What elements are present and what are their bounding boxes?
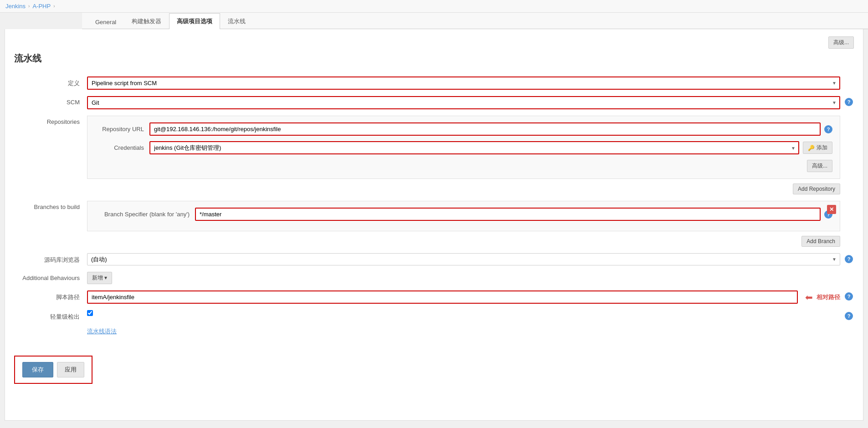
script-path-inner: ⬅ 相对路径 xyxy=(87,290,840,304)
add-credentials-button[interactable]: 🔑 添加 xyxy=(803,142,832,154)
breadcrumb-sep-1: › xyxy=(28,4,30,9)
source-browser-row: 源码库浏览器 (自动) ▼ ? xyxy=(14,253,854,265)
definition-help-col xyxy=(840,76,854,78)
top-advanced-container: 高级... xyxy=(14,36,854,49)
key-icon: 🔑 xyxy=(808,145,815,151)
pipeline-syntax-link[interactable]: 流水线语法 xyxy=(87,328,117,335)
branch-specifier-row: Branch Specifier (blank for 'any') ? xyxy=(95,208,832,221)
top-advanced-button[interactable]: 高级... xyxy=(828,36,854,49)
lightweight-checkout-help-col: ? xyxy=(840,310,854,320)
repo-url-input[interactable] xyxy=(149,122,821,136)
add-branch-button[interactable]: Add Branch xyxy=(801,236,840,247)
scm-select-wrapper: Git ▼ xyxy=(87,96,840,109)
script-path-content: ⬅ 相对路径 xyxy=(87,290,840,304)
scm-help-col: ? xyxy=(840,96,854,106)
repo-url-help-icon[interactable]: ? xyxy=(824,125,832,133)
script-path-row: 脚本路径 ⬅ 相对路径 ? xyxy=(14,290,854,304)
definition-select-wrapper: Pipeline script from SCM ▼ xyxy=(87,76,840,90)
additional-behaviours-help-col xyxy=(840,272,854,274)
tab-general[interactable]: General xyxy=(87,15,124,29)
scm-row: SCM Git ▼ ? xyxy=(14,96,854,109)
lightweight-checkout-checkbox[interactable] xyxy=(87,310,93,316)
breadcrumb-aphp[interactable]: A-PHP xyxy=(32,3,51,10)
script-path-annotation-container: ⬅ 相对路径 xyxy=(805,292,840,303)
repositories-row: Repositories Repository URL ? Credential… xyxy=(14,116,854,194)
branch-specifier-label: Branch Specifier (blank for 'any') xyxy=(95,211,195,218)
repositories-label: Repositories xyxy=(14,116,87,125)
branch-specifier-input[interactable] xyxy=(195,208,821,221)
scm-label: SCM xyxy=(14,96,87,106)
advanced-repo-button[interactable]: 高级... xyxy=(807,160,832,172)
lightweight-checkout-label: 轻量级检出 xyxy=(14,310,87,321)
branches-help-col xyxy=(840,201,854,203)
source-browser-select-wrapper: (自动) ▼ xyxy=(87,253,840,265)
credentials-select[interactable]: jenkins (Git仓库密钥管理) xyxy=(149,141,799,154)
scm-select[interactable]: Git xyxy=(87,96,840,109)
breadcrumb-sep-2: › xyxy=(53,4,55,9)
credentials-label: Credentials xyxy=(95,144,149,151)
tab-trigger[interactable]: 构建触发器 xyxy=(124,13,169,29)
script-path-annotation: 相对路径 xyxy=(817,293,840,301)
add-credentials-label: 添加 xyxy=(817,144,827,152)
apply-button[interactable]: 应用 xyxy=(57,362,84,377)
definition-content: Pipeline script from SCM ▼ xyxy=(87,76,840,90)
source-browser-help-col: ? xyxy=(840,253,854,263)
lightweight-checkout-content xyxy=(87,310,840,316)
bottom-buttons-container: 保存 应用 xyxy=(14,356,92,384)
lightweight-checkbox-row xyxy=(87,310,840,316)
additional-behaviours-label: Additional Behaviours xyxy=(14,272,87,281)
breadcrumb: Jenkins › A-PHP › xyxy=(0,0,868,13)
additional-behaviours-row: Additional Behaviours 新增 ▾ xyxy=(14,272,854,284)
additional-behaviours-content: 新增 ▾ xyxy=(87,272,840,284)
source-browser-label: 源码库浏览器 xyxy=(14,253,87,264)
script-path-label: 脚本路径 xyxy=(14,290,87,301)
scm-help-icon[interactable]: ? xyxy=(845,98,853,106)
source-browser-select[interactable]: (自动) xyxy=(87,253,840,265)
credentials-row: Credentials jenkins (Git仓库密钥管理) ▼ 🔑 添加 xyxy=(95,141,832,154)
repo-actions: 高级... xyxy=(95,160,832,172)
branches-content: ✕ Branch Specifier (blank for 'any') ? A… xyxy=(87,201,840,247)
scm-content: Git ▼ xyxy=(87,96,840,109)
delete-branch-button[interactable]: ✕ xyxy=(827,205,836,214)
script-path-help-icon[interactable]: ? xyxy=(845,292,853,301)
branches-section: ✕ Branch Specifier (blank for 'any') ? xyxy=(87,201,840,231)
breadcrumb-jenkins[interactable]: Jenkins xyxy=(5,3,26,10)
branches-label: Branches to build xyxy=(14,201,87,210)
tab-advanced[interactable]: 高级项目选项 xyxy=(169,13,220,29)
script-path-input[interactable] xyxy=(87,290,798,304)
repositories-help-col xyxy=(840,116,854,117)
tabs-bar: General 构建触发器 高级项目选项 流水线 xyxy=(82,13,868,29)
repo-url-row: Repository URL ? xyxy=(95,122,832,136)
add-repository-button[interactable]: Add Repository xyxy=(793,183,840,194)
pipeline-syntax-spacer xyxy=(14,327,87,330)
red-arrow-icon: ⬅ xyxy=(805,292,813,303)
add-repository-container: Add Repository xyxy=(87,183,840,194)
lightweight-checkout-row: 轻量级检出 ? xyxy=(14,310,854,321)
additional-behaviours-button[interactable]: 新增 ▾ xyxy=(87,272,112,284)
definition-select[interactable]: Pipeline script from SCM xyxy=(87,76,840,90)
tab-pipeline[interactable]: 流水线 xyxy=(220,13,253,29)
main-content: 高级... 流水线 定义 Pipeline script from SCM ▼ … xyxy=(5,29,863,421)
lightweight-checkout-help-icon[interactable]: ? xyxy=(845,312,853,320)
save-button[interactable]: 保存 xyxy=(22,362,53,377)
branches-row: Branches to build ✕ Branch Specifier (bl… xyxy=(14,201,854,247)
pipeline-syntax-row: 流水线语法 xyxy=(14,327,854,336)
script-path-help-col: ? xyxy=(840,290,854,301)
repositories-content: Repository URL ? Credentials jenkins (Gi… xyxy=(87,116,840,194)
definition-label: 定义 xyxy=(14,76,87,87)
source-browser-content: (自动) ▼ xyxy=(87,253,840,265)
add-branch-container: Add Branch xyxy=(87,236,840,247)
pipeline-syntax-content: 流水线语法 xyxy=(87,327,854,336)
source-browser-help-icon[interactable]: ? xyxy=(845,255,853,263)
credentials-select-wrapper: jenkins (Git仓库密钥管理) ▼ xyxy=(149,141,799,154)
section-title: 流水线 xyxy=(14,52,854,67)
repo-url-label: Repository URL xyxy=(95,126,149,132)
repo-section: Repository URL ? Credentials jenkins (Gi… xyxy=(87,116,840,179)
definition-row: 定义 Pipeline script from SCM ▼ xyxy=(14,76,854,90)
